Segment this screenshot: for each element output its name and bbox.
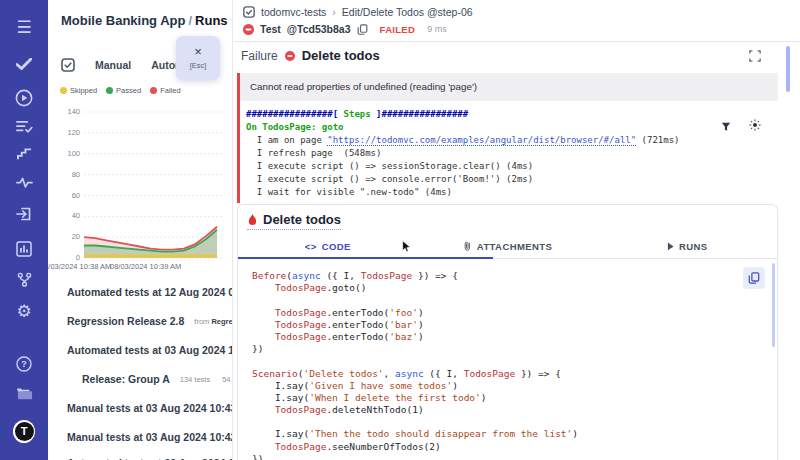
paperclip-icon [463, 241, 472, 252]
filter-funnel-icon[interactable] [721, 118, 731, 136]
checklist-icon[interactable] [13, 116, 35, 138]
x-axis-label: 08/03/2024 10:39 AM [110, 262, 181, 271]
settings-gear-icon[interactable]: ⚙ [13, 300, 35, 322]
code-line [252, 294, 763, 306]
menu-icon[interactable]: ☰ [13, 16, 35, 38]
legend-item-skipped[interactable]: Skipped [60, 86, 97, 95]
legend-item-passed[interactable]: Passed [106, 86, 141, 95]
sidebar: ☰ ⚙ ? T [0, 0, 48, 460]
breadcrumb-suite[interactable]: todomvc-tests [261, 6, 326, 18]
test-label: Test [260, 23, 281, 35]
failure-heading: Failure Delete todos [241, 48, 380, 63]
code-line: I.say('When I delete the first todo') [252, 392, 763, 404]
svg-text:?: ? [21, 359, 27, 369]
code-line: }) [252, 453, 763, 460]
esc-key-label: [Esc] [190, 61, 207, 70]
code-line [252, 416, 763, 428]
test-header: Test @Tcd53b8a3 FAILED 9 ms [243, 23, 447, 35]
y-axis-tick: 40 [52, 211, 80, 220]
copy-icon [748, 272, 760, 284]
failed-status-icon [285, 51, 295, 61]
tab-attachments[interactable]: ATTACHMENTS [418, 235, 598, 258]
active-tab-underline [238, 257, 493, 259]
code-line: TodosPage.goto() [252, 282, 763, 294]
branch-icon[interactable] [13, 268, 35, 290]
test-card: Delete todos <> CODE ATTACHMENTS [237, 204, 778, 460]
runs-trend-chart [84, 108, 224, 262]
y-axis-tick: 20 [52, 232, 80, 241]
step-line: I refresh page (548ms) [246, 147, 778, 160]
tab-runs[interactable]: RUNS [597, 235, 777, 258]
breadcrumb-path[interactable]: Edit/Delete Todos @step-06 [342, 6, 473, 18]
run-list-item[interactable]: Manual tests at 03 Aug 2024 10:42 [60, 427, 232, 447]
tab-code[interactable]: <> CODE [238, 235, 418, 258]
copy-test-id-button[interactable] [357, 24, 368, 35]
activity-icon[interactable] [13, 172, 35, 194]
y-axis-tick: 120 [52, 128, 80, 137]
code-line: TodosPage.deleteNthTodo(1) [252, 404, 763, 416]
flame-icon [247, 213, 258, 226]
y-axis-tick: 100 [52, 149, 80, 158]
y-axis-tick: 0 [52, 253, 80, 262]
mouse-cursor [401, 239, 411, 257]
projects-folder-icon[interactable] [13, 383, 35, 405]
run-list-item[interactable]: Automated tests at 12 Aug 2024 05 [60, 282, 232, 302]
test-card-heading: Delete todos [247, 212, 341, 230]
page-title: Runs [195, 13, 228, 28]
code-line: TodosPage.enterTodo('foo') [252, 307, 763, 319]
run-list-item[interactable]: Automated tests at 03 Aug 2024 10 [60, 340, 232, 360]
bar-chart-icon[interactable] [13, 238, 35, 260]
steps-icon[interactable] [13, 143, 35, 165]
run-list-item[interactable]: Manual tests at 03 Aug 2024 10:43 [60, 398, 232, 418]
step-line: I execute script () => console.error('Bo… [246, 173, 778, 186]
steps-section: On TodosPage: goto [246, 121, 778, 134]
test-id: @Tcd53b8a3 [287, 23, 351, 35]
code-line: TodosPage.enterTodo('bar') [252, 319, 763, 331]
code-line: }) [252, 343, 763, 355]
error-message: Cannot read properties of undefined (rea… [240, 73, 778, 101]
suite-checkbox-icon [243, 6, 255, 18]
failure-detail: Cannot read properties of undefined (rea… [237, 73, 778, 203]
fullscreen-icon[interactable] [749, 48, 761, 66]
run-list-item[interactable]: Automated tests at 03 Aug 2024 10 [60, 453, 232, 460]
test-detail-panel: todomvc-tests › Edit/Delete Todos @step-… [234, 0, 800, 460]
step-line: I execute script () => sessionStorage.cl… [246, 160, 778, 173]
panel-scrollbar[interactable] [786, 46, 790, 92]
sign-in-icon[interactable] [13, 203, 35, 225]
tab-manual[interactable]: Manual [95, 59, 131, 71]
project-name[interactable]: Mobile Banking App [61, 13, 185, 28]
code-block: Before(async ({ I, TodosPage }) => { Tod… [238, 261, 777, 460]
code-line: TodosPage.seeNumberOfTodos(2) [252, 441, 763, 453]
legend-item-failed[interactable]: Failed [150, 86, 180, 95]
passed-dot-icon [106, 87, 113, 94]
test-name: Delete todos [263, 212, 341, 227]
skipped-dot-icon [60, 87, 67, 94]
app-logo[interactable]: T [13, 420, 35, 442]
select-runs-icon[interactable] [61, 58, 75, 72]
code-scrollbar[interactable] [772, 263, 775, 347]
code-line: Before(async ({ I, TodosPage }) => { [252, 270, 763, 282]
app-window: ☰ ⚙ ? T [0, 0, 800, 460]
copy-icon [357, 24, 368, 35]
play-triangle-icon [667, 242, 674, 251]
check-icon[interactable] [13, 53, 35, 75]
breadcrumb: todomvc-tests › Edit/Delete Todos @step-… [243, 6, 473, 18]
copy-code-button[interactable] [743, 267, 765, 289]
header-divider [234, 41, 800, 42]
chart-legend: Skipped Passed Failed [60, 86, 181, 95]
brightness-sun-icon[interactable] [749, 117, 761, 135]
status-badge: FAILED [380, 24, 416, 35]
code-line: Scenario('Delete todos', async ({ I, Tod… [252, 368, 763, 380]
step-url-link[interactable]: "https://todomvc.com/examples/angular/di… [327, 135, 636, 146]
play-circle-icon[interactable] [13, 87, 35, 109]
failed-status-icon [243, 24, 254, 35]
run-group-item[interactable]: Release: Group A 134 tests 54 m [68, 369, 232, 389]
runs-panel: Mobile Banking App/Runs Manual Automated… [48, 0, 233, 460]
help-icon[interactable]: ? [13, 353, 35, 375]
esc-tooltip: × [Esc] [176, 36, 220, 80]
close-icon[interactable]: × [194, 46, 202, 58]
test-duration: 9 ms [427, 24, 447, 34]
run-list-item[interactable]: Regression Release 2.8 from Regressi [60, 311, 232, 331]
steps-log: ################[ Steps ]###############… [240, 105, 778, 203]
code-line: TodosPage.enterTodo('baz') [252, 331, 763, 343]
